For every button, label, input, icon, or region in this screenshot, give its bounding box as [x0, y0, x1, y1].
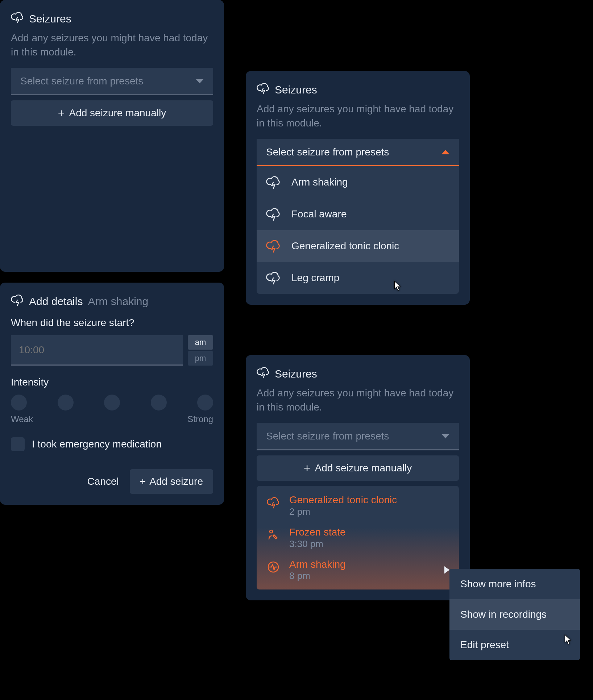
add-manual-label: Add seizure manually [69, 107, 166, 119]
cancel-button[interactable]: Cancel [87, 476, 119, 487]
intensity-label: Intensity [11, 376, 213, 388]
seizures-card-entries: Seizures Add any seizures you might have… [246, 355, 470, 600]
emergency-checkbox[interactable] [11, 437, 25, 451]
card-header: Seizures [257, 82, 459, 97]
entry-time: 3:30 pm [289, 538, 346, 550]
ampm-toggle: am pm [188, 335, 213, 366]
preset-select[interactable]: Select seizure from presets [11, 68, 213, 95]
card-header: Seizures [11, 11, 213, 26]
seizure-icon [257, 82, 270, 97]
time-question: When did the seizure start? [11, 317, 213, 329]
add-manual-button[interactable]: + Add seizure manually [11, 100, 213, 126]
entry-text: Arm shaking8 pm [289, 558, 346, 582]
intensity-dot-3[interactable] [104, 395, 120, 411]
svg-point-0 [270, 530, 273, 533]
cloud-bolt-icon [266, 239, 281, 253]
add-seizure-button[interactable]: + Add seizure [130, 469, 213, 494]
seizures-card-open: Seizures Add any seizures you might have… [246, 71, 470, 305]
entry-name: Generalized tonic clonic [289, 494, 397, 506]
context-menu-item[interactable]: Show in recordings [449, 599, 580, 630]
time-input[interactable] [11, 335, 183, 366]
add-seizure-label: Add seizure [149, 476, 203, 487]
emergency-row: I took emergency medication [11, 437, 213, 451]
time-row: am pm [11, 335, 213, 366]
entry-time: 8 pm [289, 570, 346, 582]
preset-option[interactable]: Arm shaking [257, 166, 459, 198]
details-header: Add details Arm shaking [11, 293, 213, 309]
plus-icon: + [58, 107, 65, 119]
cloud-bolt-icon [266, 175, 281, 189]
add-details-card: Add details Arm shaking When did the sei… [0, 283, 224, 505]
preset-option[interactable]: Leg cramp [257, 262, 459, 294]
cloud-bolt-icon [266, 495, 281, 510]
card-subtitle: Add any seizures you might have had toda… [257, 102, 459, 130]
seizure-entry[interactable]: Generalized tonic clonic2 pm [257, 489, 459, 522]
chevron-up-icon [441, 150, 449, 154]
intensity-dot-2[interactable] [58, 395, 74, 411]
preset-label: Arm shaking [291, 176, 348, 188]
seizures-card-collapsed: Seizures Add any seizures you might have… [0, 0, 224, 272]
intensity-scale [11, 395, 213, 411]
context-menu: Show more infosShow in recordingsEdit pr… [449, 569, 580, 660]
entry-list: Generalized tonic clonic2 pmFrozen state… [257, 486, 459, 589]
seizure-icon [257, 366, 270, 382]
pm-button[interactable]: pm [188, 351, 213, 366]
card-subtitle: Add any seizures you might have had toda… [11, 31, 213, 59]
seizure-icon [11, 11, 24, 26]
cloud-bolt-icon [266, 271, 281, 285]
add-manual-label: Add seizure manually [315, 462, 412, 474]
card-header: Seizures [257, 366, 459, 382]
seizure-entry[interactable]: Arm shaking8 pm [257, 554, 459, 586]
entry-text: Frozen state3:30 pm [289, 526, 346, 550]
plus-icon: + [304, 462, 311, 474]
card-subtitle: Add any seizures you might have had toda… [257, 386, 459, 414]
entry-time: 2 pm [289, 506, 397, 517]
select-placeholder: Select seizure from presets [266, 430, 389, 442]
entry-name: Arm shaking [289, 558, 346, 571]
cursor-icon [394, 280, 402, 291]
cursor-icon [564, 634, 572, 645]
chevron-down-icon [441, 434, 449, 438]
preset-option[interactable]: Generalized tonic clonic [257, 230, 459, 262]
entry-name: Frozen state [289, 526, 346, 538]
preset-dropdown: Arm shakingFocal awareGeneralized tonic … [257, 166, 459, 294]
card-title: Seizures [29, 13, 71, 25]
card-title: Seizures [275, 368, 317, 380]
intensity-range-labels: Weak Strong [11, 414, 213, 424]
plus-icon: + [140, 476, 146, 487]
preset-select[interactable]: Select seizure from presets [257, 423, 459, 450]
intensity-weak: Weak [11, 414, 33, 424]
details-title: Add details [29, 295, 83, 308]
chevron-down-icon [196, 79, 204, 83]
activity-icon [266, 560, 281, 574]
preset-label: Focal aware [291, 208, 347, 220]
context-menu-item[interactable]: Edit preset [449, 630, 580, 660]
card-title: Seizures [275, 84, 317, 96]
intensity-dot-4[interactable] [151, 395, 167, 411]
entry-text: Generalized tonic clonic2 pm [289, 494, 397, 517]
details-actions: Cancel + Add seizure [11, 469, 213, 494]
preset-option[interactable]: Focal aware [257, 198, 459, 230]
cloud-bolt-icon [266, 207, 281, 221]
seizure-icon [11, 293, 24, 309]
intensity-dot-5[interactable] [197, 395, 213, 411]
select-placeholder: Select seizure from presets [266, 146, 389, 158]
details-subject: Arm shaking [88, 295, 148, 308]
preset-label: Generalized tonic clonic [291, 240, 399, 252]
preset-select-open[interactable]: Select seizure from presets [257, 139, 459, 166]
intensity-strong: Strong [187, 414, 213, 424]
emergency-label: I took emergency medication [32, 438, 162, 450]
seizure-entry[interactable]: Frozen state3:30 pm [257, 522, 459, 554]
intensity-dot-1[interactable] [11, 395, 27, 411]
caret-right-icon [444, 566, 449, 574]
preset-label: Leg cramp [291, 272, 339, 284]
select-placeholder: Select seizure from presets [20, 75, 143, 87]
edit-figure-icon [266, 528, 281, 542]
context-menu-item[interactable]: Show more infos [449, 569, 580, 599]
am-button[interactable]: am [188, 335, 213, 350]
add-manual-button[interactable]: + Add seizure manually [257, 455, 459, 481]
